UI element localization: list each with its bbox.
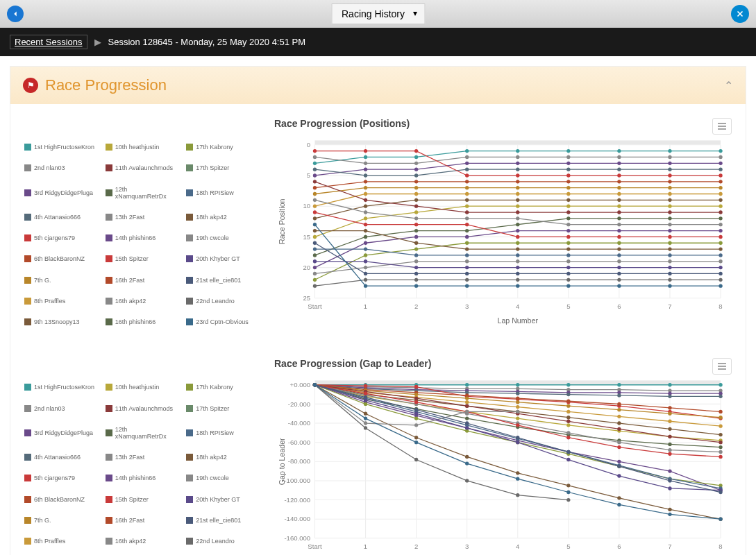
legend-item[interactable]: 8th Praffles bbox=[24, 533, 99, 549]
legend-item[interactable]: 8th Praffles bbox=[24, 293, 99, 309]
legend-item[interactable]: 20th Khyber GT bbox=[186, 491, 260, 508]
legend-item[interactable]: 21st elle_cie801 bbox=[186, 272, 260, 289]
legend-item[interactable]: 7th G. bbox=[24, 272, 99, 289]
svg-point-415 bbox=[364, 402, 367, 406]
legend-item[interactable]: 18th RPISiew bbox=[186, 421, 260, 445]
svg-point-284 bbox=[566, 383, 570, 386]
svg-point-411 bbox=[617, 445, 621, 449]
svg-point-449 bbox=[465, 427, 469, 430]
legend-item[interactable]: 13th 2Fast bbox=[106, 449, 180, 466]
legend-item[interactable]: 17th Spitzer bbox=[186, 400, 260, 417]
legend-item[interactable]: 2nd nlan03 bbox=[24, 400, 99, 417]
legend-item[interactable]: 10th heathjustin bbox=[106, 379, 180, 395]
svg-point-196 bbox=[364, 266, 367, 269]
legend-item[interactable]: 23rd Cptn-Obvious bbox=[186, 314, 260, 330]
legend-item[interactable]: 6th BlackBaronNZ bbox=[24, 491, 99, 508]
dropdown-label: Racing History bbox=[342, 8, 405, 19]
legend-item[interactable]: 15th Spitzer bbox=[106, 250, 180, 267]
legend-item[interactable]: 19th cwcole bbox=[186, 470, 260, 486]
svg-point-126 bbox=[465, 210, 469, 214]
legend-label: 17th Spitzer bbox=[196, 164, 229, 171]
chevron-up-icon[interactable]: ⌃ bbox=[724, 79, 733, 92]
svg-point-184 bbox=[668, 247, 671, 250]
chart-menu-button[interactable] bbox=[712, 118, 732, 135]
legend-item[interactable]: 17th Spitzer bbox=[186, 160, 260, 176]
legend-item[interactable]: 2nd nlan03 bbox=[24, 160, 99, 176]
legend-item[interactable]: 18th RPISiew bbox=[186, 181, 260, 205]
legend-item[interactable]: 18th akp42 bbox=[186, 209, 260, 225]
svg-point-395 bbox=[719, 450, 722, 454]
legend-item[interactable]: 21st elle_cie801 bbox=[186, 512, 260, 529]
legend-item[interactable]: 5th cjargens79 bbox=[24, 230, 99, 246]
breadcrumb-root[interactable]: Recent Sessions bbox=[10, 35, 87, 49]
legend-item[interactable]: 7th G. bbox=[24, 512, 99, 529]
svg-point-403 bbox=[668, 470, 671, 473]
page-dropdown[interactable]: Racing History bbox=[331, 3, 425, 24]
svg-point-406 bbox=[364, 392, 367, 395]
legend-item[interactable]: 3rd RidgyDidgePluga bbox=[24, 421, 99, 445]
svg-point-82 bbox=[516, 180, 519, 183]
legend-item[interactable]: 4th Attanasio666 bbox=[24, 449, 99, 466]
legend-item[interactable]: 12th xNamquamRetrDx bbox=[106, 181, 180, 205]
svg-point-131 bbox=[719, 210, 722, 214]
chart-menu-button[interactable] bbox=[712, 358, 732, 375]
svg-point-163 bbox=[516, 235, 519, 239]
svg-point-120 bbox=[617, 205, 621, 208]
svg-point-443 bbox=[414, 423, 418, 427]
svg-text:15: 15 bbox=[303, 233, 310, 241]
section-header[interactable]: ⚑ Race Progression ⌃ bbox=[10, 67, 746, 104]
legend-item[interactable]: 3rd RidgyDidgePluga bbox=[24, 181, 99, 205]
svg-point-141 bbox=[313, 198, 317, 202]
svg-point-105 bbox=[313, 216, 317, 220]
legend-label: 14th phishin66 bbox=[115, 234, 156, 241]
legend-label: 4th Attanasio666 bbox=[34, 214, 81, 221]
legend-item[interactable]: 1st HighFructoseKron bbox=[24, 139, 99, 155]
svg-point-348 bbox=[617, 415, 621, 418]
legend-item[interactable]: 19th cwcole bbox=[186, 230, 260, 246]
legend-item[interactable]: 22nd Leandro bbox=[186, 293, 260, 309]
legend-item[interactable]: 17th Kabrony bbox=[186, 139, 260, 155]
svg-text:7: 7 bbox=[668, 543, 671, 550]
legend-item[interactable]: 11th Avalaunchmods bbox=[106, 400, 180, 417]
svg-text:+0.000: +0.000 bbox=[290, 381, 310, 388]
legend-item[interactable]: 9th 13Snoopy13 bbox=[24, 314, 99, 330]
legend-item[interactable]: 22nd Leandro bbox=[186, 533, 260, 549]
legend-item[interactable]: 10th heathjustin bbox=[106, 139, 180, 155]
legend-item[interactable]: 18th akp42 bbox=[186, 449, 260, 466]
legend-item[interactable]: 14th phishin66 bbox=[106, 230, 180, 246]
svg-point-63 bbox=[465, 167, 469, 171]
svg-point-286 bbox=[668, 383, 671, 386]
svg-point-127 bbox=[516, 210, 519, 214]
svg-point-168 bbox=[313, 278, 317, 282]
back-button[interactable] bbox=[7, 6, 24, 22]
svg-text:2: 2 bbox=[414, 543, 418, 550]
plot-positions[interactable]: Start123456780510152025Lap NumberRace Po… bbox=[274, 136, 732, 327]
legend-item[interactable]: 1st HighFructoseKron bbox=[24, 379, 99, 395]
legend-swatch bbox=[186, 496, 193, 503]
legend-label: 17th Kabrony bbox=[196, 144, 233, 151]
svg-point-314 bbox=[719, 395, 722, 398]
svg-text:2: 2 bbox=[414, 302, 418, 310]
legend-item[interactable]: 16th 2Fast bbox=[106, 512, 180, 529]
legend-item[interactable]: 16th 2Fast bbox=[106, 272, 180, 289]
legend-item[interactable]: 5th cjargens79 bbox=[24, 470, 99, 486]
close-button[interactable] bbox=[731, 5, 749, 23]
legend-item[interactable]: 4th Attanasio666 bbox=[24, 209, 99, 225]
plot-gap[interactable]: Start12345678+0.000-20.000-40.000-60.000… bbox=[274, 376, 732, 555]
legend-item[interactable]: 12th xNamquamRetrDx bbox=[106, 421, 180, 445]
svg-point-364 bbox=[516, 417, 519, 420]
legend-item[interactable]: 16th akp42 bbox=[106, 533, 180, 549]
svg-point-170 bbox=[414, 247, 418, 250]
svg-point-402 bbox=[617, 460, 621, 463]
legend-item[interactable]: 16th phishin66 bbox=[106, 314, 180, 330]
legend-item[interactable]: 6th BlackBaronNZ bbox=[24, 250, 99, 267]
legend-item[interactable]: 15th Spitzer bbox=[106, 491, 180, 508]
legend-item[interactable]: 14th phishin66 bbox=[106, 470, 180, 486]
legend-item[interactable]: 16th akp42 bbox=[106, 293, 180, 309]
legend-item[interactable]: 11th Avalaunchmods bbox=[106, 160, 180, 176]
legend-item[interactable]: 13th 2Fast bbox=[106, 209, 180, 225]
legend-label: 16th phishin66 bbox=[115, 318, 156, 325]
legend-item[interactable]: 20th Khyber GT bbox=[186, 250, 260, 267]
legend-swatch bbox=[106, 405, 112, 412]
legend-item[interactable]: 17th Kabrony bbox=[186, 379, 260, 395]
